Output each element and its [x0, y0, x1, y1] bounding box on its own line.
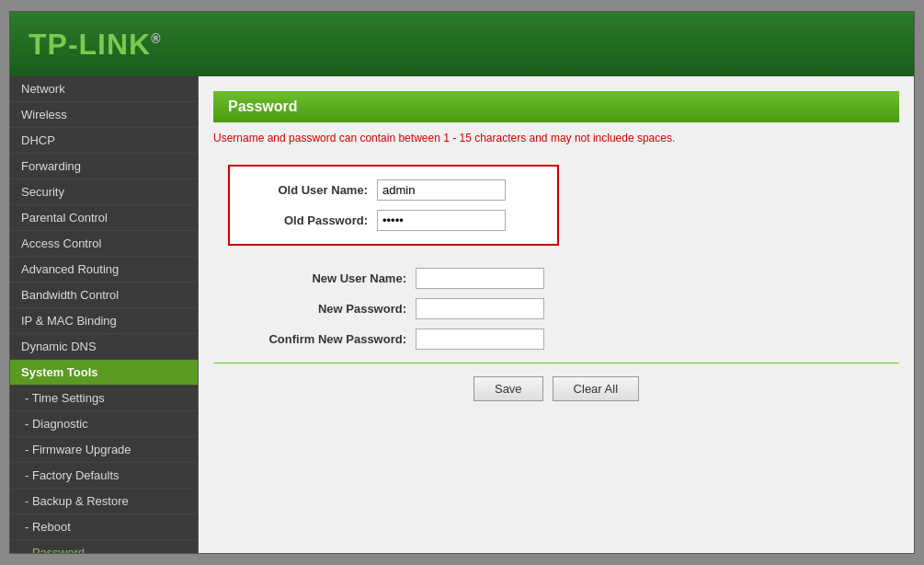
sidebar-item-dynamic-dns[interactable]: Dynamic DNS	[10, 334, 198, 360]
clear-all-button[interactable]: Clear All	[553, 376, 639, 401]
new-password-label: New Password:	[232, 302, 416, 316]
confirm-password-row: Confirm New Password:	[232, 329, 881, 350]
sidebar-item-forwarding[interactable]: Forwarding	[10, 154, 198, 179]
old-password-row: Old Password:	[248, 210, 539, 231]
old-password-label: Old Password:	[248, 213, 377, 227]
save-button[interactable]: Save	[473, 376, 543, 401]
old-username-row: Old User Name:	[248, 179, 539, 201]
sidebar-item-dhcp[interactable]: DHCP	[10, 128, 198, 154]
sidebar-item-parental-control[interactable]: Parental Control	[10, 205, 198, 231]
sidebar: Network Wireless DHCP Forwarding Securit…	[10, 76, 199, 553]
new-credentials-section: New User Name: New Password: Confirm New…	[213, 268, 899, 350]
sidebar-item-wireless[interactable]: Wireless	[10, 102, 198, 128]
sidebar-item-firmware-upgrade[interactable]: - Firmware Upgrade	[10, 437, 198, 463]
sidebar-item-diagnostic[interactable]: - Diagnostic	[10, 411, 198, 437]
sidebar-item-bandwidth-control[interactable]: Bandwidth Control	[10, 282, 198, 308]
old-credentials-section: Old User Name: Old Password:	[228, 165, 559, 246]
sidebar-item-password[interactable]: - Password	[10, 540, 198, 553]
sidebar-item-advanced-routing[interactable]: Advanced Routing	[10, 257, 198, 282]
new-username-label: New User Name:	[232, 271, 416, 285]
old-password-input[interactable]	[377, 210, 506, 231]
logo: TP-LINK®	[29, 28, 162, 62]
sidebar-item-reboot[interactable]: - Reboot	[10, 514, 198, 540]
old-username-input[interactable]	[377, 179, 506, 201]
warning-text: Username and password can contain betwee…	[213, 132, 899, 144]
sidebar-item-system-tools[interactable]: System Tools	[10, 360, 198, 386]
sidebar-item-access-control[interactable]: Access Control	[10, 231, 198, 257]
header: TP-LINK®	[10, 12, 914, 76]
new-username-input[interactable]	[416, 268, 544, 289]
confirm-password-input[interactable]	[416, 329, 544, 350]
button-row: Save Clear All	[213, 376, 899, 401]
new-username-row: New User Name:	[232, 268, 881, 289]
sidebar-item-network[interactable]: Network	[10, 76, 198, 102]
sidebar-item-time-settings[interactable]: - Time Settings	[10, 386, 198, 411]
new-password-input[interactable]	[416, 298, 544, 319]
main-content: Password Username and password can conta…	[199, 76, 914, 553]
sidebar-item-factory-defaults[interactable]: - Factory Defaults	[10, 463, 198, 489]
logo-text: TP-LINK	[29, 28, 151, 61]
new-password-row: New Password:	[232, 298, 881, 319]
form-divider	[213, 363, 899, 363]
sidebar-item-security[interactable]: Security	[10, 179, 198, 205]
body: Network Wireless DHCP Forwarding Securit…	[10, 76, 914, 553]
old-username-label: Old User Name:	[248, 183, 377, 197]
page-title-bar: Password	[213, 91, 899, 122]
confirm-password-label: Confirm New Password:	[232, 332, 416, 346]
sidebar-item-ip-mac-binding[interactable]: IP & MAC Binding	[10, 308, 198, 334]
sidebar-item-backup-restore[interactable]: - Backup & Restore	[10, 489, 198, 514]
page-title: Password	[228, 98, 884, 115]
